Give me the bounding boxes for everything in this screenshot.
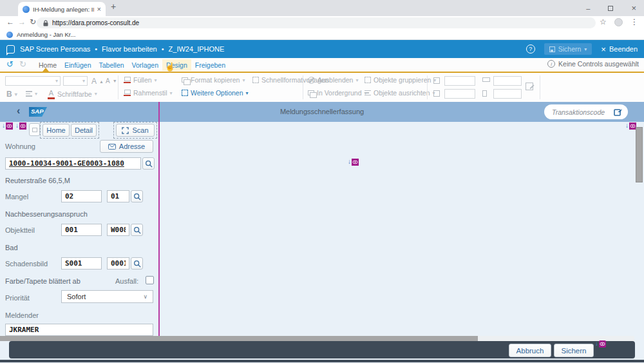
window-icon [32,128,37,132]
vertical-scrollbar-thumb[interactable] [636,127,643,182]
adresse-button[interactable]: Adresse [100,140,153,153]
reload-icon[interactable]: ↻ [30,17,36,26]
save-dropdown-icon[interactable]: ▾ [584,46,587,52]
mouse-cursor: ☝ [165,62,175,72]
sichern-button[interactable]: Sichern [554,344,594,357]
mangel-search-button[interactable] [131,190,143,202]
layout-guide-line [158,102,160,343]
help-icon[interactable]: ? [526,44,535,54]
schadensbild-input-1[interactable] [61,257,102,270]
address-bar[interactable]: https://dara.promos-consult.de [37,17,596,28]
align-objects-icon [365,90,371,96]
personas-title: SAP Screen Personas • Flavor bearbeiten … [20,45,224,53]
tab-title: IH-Meldung anlegen: IH-Anforde [33,6,94,13]
section-text: Nachbesserungsanspruch [5,210,88,218]
fill-button[interactable]: Füllen▾ [124,76,157,84]
browser-tab[interactable]: IH-Meldung anlegen: IH-Anforde × [18,2,106,16]
prioritaet-select[interactable]: Sofort ∨ [61,290,153,303]
undo-icon[interactable]: ↺ [6,59,14,69]
horizontal-scrollbar[interactable] [0,336,634,341]
ribbon-tab-tabellen[interactable]: Tabellen [95,59,128,71]
eye-icon [352,159,359,166]
bookmark-star-icon[interactable]: ☆ [600,17,607,26]
mangel-label: Mangel [5,193,28,201]
horizontal-scrollbar-thumb[interactable] [0,336,478,341]
align-button[interactable]: ▾ [26,91,37,97]
wohnung-search-button[interactable] [142,157,155,170]
objektteil-input-1[interactable] [61,224,102,236]
window-maximize-button[interactable] [608,6,613,11]
height-icon [482,90,487,97]
transaction-go-icon[interactable] [614,108,623,116]
objektteil-input-2[interactable] [107,224,129,236]
window-minimize-button[interactable]: – [586,5,590,12]
height-input[interactable] [493,89,522,99]
url-text: https://dara.promos-consult.de [52,19,139,26]
position-x-input[interactable] [444,76,475,86]
hidden-control-indicator[interactable]: ↓ [2,123,13,130]
mangel-input-1[interactable] [61,190,102,202]
transaction-code-input[interactable] [552,108,614,116]
meldender-input[interactable] [5,324,153,336]
font-size-select[interactable]: ▾ [63,76,88,86]
open-window-button[interactable] [29,123,40,136]
objektteil-label: Objektteil [5,226,35,234]
eye-icon [599,340,606,348]
objektteil-search-button[interactable] [131,224,143,236]
profile-avatar[interactable] [614,18,623,26]
nav-home-button[interactable]: Home [43,124,70,137]
window-close-button[interactable]: × [631,3,636,13]
tab-close-icon[interactable]: × [97,6,101,13]
new-tab-button[interactable]: + [111,1,116,12]
lock-icon [43,20,48,26]
ribbon-tab-vorlagen[interactable]: Vorlagen [128,59,162,71]
to-front-button[interactable]: In Vordergrund▾ [308,89,366,97]
schadensbild-search-button[interactable] [131,257,143,270]
ribbon-tab-einfuegen[interactable]: Einfügen [61,59,95,71]
back-icon[interactable]: ← [6,17,14,26]
mangel-input-2[interactable] [107,190,129,202]
eye-icon [19,123,26,130]
redo-icon[interactable]: ↻ [19,59,26,69]
scan-button[interactable]: Scan [116,124,155,137]
forward-icon[interactable]: → [18,17,26,26]
personas-header: SAP Screen Personas • Flavor bearbeiten … [0,40,644,58]
font-family-select[interactable]: ▾ [5,76,61,86]
align-objects-button[interactable]: Objekte ausrichten▾ [365,89,435,97]
font-decrease-button[interactable]: A▼ [106,77,117,84]
aspect-ratio-icon[interactable] [526,83,533,90]
font-color-button[interactable]: ASchriftfarbe▾ [48,89,97,99]
hidden-control-indicator[interactable]: ↓ [625,123,636,130]
position-y-icon [433,90,440,97]
more-options-button[interactable]: Weitere Optionen▾ [182,89,249,97]
ribbon-tab-freigeben[interactable]: Freigeben [191,59,229,71]
hide-button[interactable]: Ausblenden▾ [308,76,358,84]
border-style-button[interactable]: Rahmenstil▾ [124,89,173,97]
hide-icon [308,77,315,84]
exit-edit-button[interactable]: × Beenden [601,44,638,54]
section-text: Bad [5,244,18,251]
exit-label: Beenden [609,45,638,53]
transaction-code-field[interactable] [544,104,628,119]
font-increase-button[interactable]: A▲ [91,77,104,86]
width-input[interactable] [493,76,522,86]
hidden-control-indicator[interactable]: ↓ [595,340,606,348]
bookmark-item[interactable]: Anmeldung - Jan Kr... [17,31,75,38]
schadensbild-input-2[interactable] [107,257,129,270]
hidden-control-indicator[interactable]: ↓ [348,159,359,166]
width-icon [482,77,490,82]
wohnung-input[interactable] [5,157,141,170]
bold-button[interactable]: B▾ [6,90,17,99]
flavor-save-button[interactable]: Sichern ▾ [544,43,592,55]
position-y-input[interactable] [444,89,475,99]
copy-format-button[interactable]: Format kopieren▾ [182,76,245,84]
magnifier-icon [133,226,141,234]
ausfall-checkbox[interactable] [146,276,154,284]
window-controls: – × [586,0,636,16]
abbruch-button[interactable]: Abbruch [509,344,551,357]
group-objects-button[interactable]: Objekte gruppieren▾ [365,76,436,84]
nav-detail-button[interactable]: Detail [71,124,97,137]
save-icon [549,46,555,52]
browser-menu-icon[interactable]: ⋮ [630,17,638,26]
hidden-control-indicator[interactable]: ↓ [15,123,26,130]
